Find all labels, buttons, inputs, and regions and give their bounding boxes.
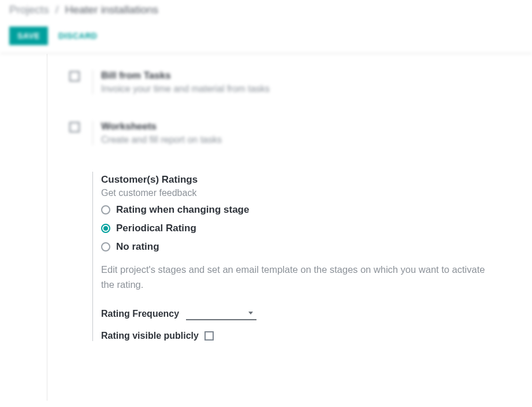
rating-frequency-row: Rating Frequency [101,308,515,320]
header-buttons: SAVE DISCARD [9,27,523,45]
rating-frequency-select[interactable] [186,308,256,320]
ratings-subtitle: Get customer feedback [101,188,515,198]
content: Bill from Tasks Invoice your time and ma… [0,54,532,401]
worksheets-title: Worksheets [101,121,515,132]
breadcrumb-parent[interactable]: Projects [9,3,49,16]
rating-public-checkbox[interactable] [204,331,214,341]
worksheets-body: Worksheets Create and fill report on tas… [101,121,515,145]
main-column: Bill from Tasks Invoice your time and ma… [47,54,532,401]
bill-title: Bill from Tasks [101,70,515,82]
breadcrumb-current: Heater installations [65,3,158,16]
left-gutter [0,54,47,401]
radio-rating-stage[interactable]: Rating when changing stage [101,204,515,216]
divider [92,172,93,341]
radio-icon [101,205,110,214]
save-button[interactable]: SAVE [9,27,48,45]
radio-label: Periodical Rating [116,223,196,234]
radio-rating-none[interactable]: No rating [101,241,515,253]
ratings-body: Customer(s) Ratings Get customer feedbac… [101,172,515,341]
ratings-title: Customer(s) Ratings [101,174,515,186]
rating-frequency-label: Rating Frequency [101,309,179,319]
discard-button[interactable]: DISCARD [58,31,97,40]
header: Projects / Heater installations SAVE DIS… [0,0,532,54]
worksheets-desc: Create and fill report on tasks [101,135,515,145]
radio-icon-selected [101,224,110,233]
ratings-help-text: Edit project's stages and set an email t… [101,262,494,293]
breadcrumb: Projects / Heater installations [9,3,523,16]
rating-public-label: Rating visible publicly [101,331,199,341]
radio-dot-icon [103,226,108,231]
radio-rating-periodical[interactable]: Periodical Rating [101,223,515,234]
radio-label: No rating [116,241,159,253]
radio-icon [101,242,110,251]
radio-label: Rating when changing stage [116,204,249,216]
rating-public-row: Rating visible publicly [101,331,515,341]
setting-customer-ratings: Customer(s) Ratings Get customer feedbac… [69,172,515,341]
bill-desc: Invoice your time and material from task… [101,84,515,94]
worksheets-checkbox[interactable] [69,122,80,132]
breadcrumb-separator: / [55,3,58,16]
chevron-down-icon [248,312,253,314]
setting-bill-from-tasks: Bill from Tasks Invoice your time and ma… [69,70,515,94]
divider [92,70,93,94]
divider [92,121,93,145]
bill-body: Bill from Tasks Invoice your time and ma… [101,70,515,94]
bill-checkbox[interactable] [69,71,80,82]
setting-worksheets: Worksheets Create and fill report on tas… [69,121,515,145]
